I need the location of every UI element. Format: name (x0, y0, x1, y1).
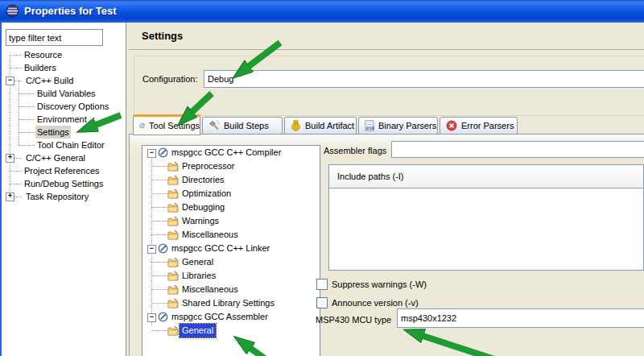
settings-folder-icon (167, 216, 179, 226)
configuration-combo[interactable] (204, 70, 644, 88)
configuration-label: Configuration: (142, 74, 198, 84)
hammer-icon (208, 120, 220, 131)
tool-item-assembler-general[interactable]: General (142, 324, 318, 337)
sidebar-item-resource[interactable]: Resource (0, 48, 126, 61)
panel-divider[interactable] (126, 23, 126, 356)
tool-item-miscellaneous[interactable]: Miscellaneous (142, 228, 318, 242)
sidebar-item-settings[interactable]: Settings (0, 126, 126, 139)
tab-error-parsers[interactable]: Error Parsers (440, 117, 518, 135)
suppress-warnings-checkbox[interactable] (316, 279, 328, 290)
tool-item-directories[interactable]: Directories (142, 173, 318, 187)
settings-folder-icon (167, 188, 179, 199)
checkbox-label: Suppress warnings (-W) (332, 279, 427, 290)
window-title: Properties for Test (24, 5, 117, 17)
tool-item-linker-general[interactable]: General (142, 255, 318, 269)
tool-item-warnings[interactable]: Warnings (142, 214, 318, 228)
svg-text:010: 010 (366, 126, 374, 131)
settings-folder-icon (167, 230, 179, 240)
mcu-type-input[interactable] (397, 308, 644, 328)
tab-build-artifact[interactable]: Build Artifact (284, 117, 357, 135)
mcu-type-label: MSP430 MCU type (316, 315, 391, 325)
tab-label: Tool Settings (149, 121, 200, 130)
settings-folder-icon (167, 202, 179, 213)
tool-item-linker-miscellaneous[interactable]: Miscellaneous (142, 283, 318, 296)
window-border (0, 23, 2, 356)
collapse-toggle-icon[interactable]: − (6, 77, 14, 85)
sidebar-item-build-variables[interactable]: Build Variables (0, 87, 126, 100)
tab-label: Build Artifact (305, 121, 354, 130)
tab-build-steps[interactable]: Build Steps (202, 117, 283, 135)
tool-item-gcc-cpp-compiler[interactable]: mspgcc GCC C++ Compiler (142, 146, 318, 159)
settings-folder-icon (167, 257, 179, 267)
assembler-flags-input[interactable] (391, 141, 644, 158)
collapse-toggle-icon[interactable]: − (147, 149, 156, 158)
sidebar-item-run-debug-settings[interactable]: Run/Debug Settings (0, 177, 126, 190)
sidebar: Resource Builders C/C++ Build − Build Va… (0, 23, 126, 356)
include-paths-list[interactable]: Include paths (-I) (328, 164, 644, 271)
tool-item-gcc-cpp-linker[interactable]: mspgcc GCC C++ Linker (142, 242, 318, 255)
collapse-toggle-icon[interactable]: − (147, 313, 156, 322)
tool-item-debugging[interactable]: Debugging (142, 201, 318, 214)
tool-icon (158, 312, 168, 322)
sidebar-item-project-references[interactable]: Project References (0, 164, 126, 177)
filter-input[interactable] (6, 29, 103, 46)
artifact-icon (291, 120, 301, 131)
tool-item-optimization[interactable]: Optimization (142, 187, 318, 201)
sidebar-item-tool-chain-editor[interactable]: Tool Chain Editor (0, 139, 126, 151)
eclipse-icon (6, 4, 19, 18)
settings-folder-icon (167, 175, 179, 185)
tab-label: Build Steps (224, 121, 269, 130)
expand-toggle-icon[interactable]: + (6, 192, 14, 201)
settings-folder-icon (167, 271, 179, 281)
settings-folder-icon (167, 325, 179, 336)
tool-icon (158, 147, 168, 158)
sidebar-item-task-repository[interactable]: Task Repository (0, 190, 126, 203)
sidebar-item-discovery-options[interactable]: Discovery Options (0, 100, 126, 113)
tab-label: Binary Parsers (378, 121, 436, 130)
header-separator (129, 49, 644, 50)
tool-item-shared-library-settings[interactable]: Shared Library Settings (142, 296, 318, 310)
tool-item-libraries[interactable]: Libraries (142, 269, 318, 283)
settings-folder-icon (167, 161, 179, 172)
collapse-toggle-icon[interactable]: − (147, 245, 156, 254)
tool-settings-tree: mspgcc GCC C++ Compiler − Preprocessor D… (142, 145, 320, 356)
tab-tool-settings[interactable]: Tool Settings (133, 114, 200, 135)
expand-toggle-icon[interactable]: + (6, 154, 14, 163)
error-circle-icon (446, 120, 457, 131)
tab-label: Error Parsers (461, 121, 514, 130)
title-bar[interactable]: Properties for Test (0, 0, 644, 23)
page-title: Settings (142, 30, 183, 42)
settings-folder-icon (167, 298, 179, 308)
sidebar-item-cpp-general[interactable]: C/C++ General (0, 151, 126, 164)
properties-dialog: Properties for Test Resource Builders C/… (0, 0, 644, 356)
assembler-flags-label: Assembler flags (324, 146, 386, 155)
checkbox-label: Announce version (-v) (332, 297, 419, 308)
tool-icon (158, 243, 168, 254)
include-paths-header: Include paths (-I) (329, 165, 643, 188)
binary-doc-icon: 010 (365, 120, 374, 131)
sidebar-item-builders[interactable]: Builders (0, 61, 126, 74)
wrench-icon (139, 120, 145, 131)
sidebar-item-environment[interactable]: Environment (0, 113, 126, 126)
tab-binary-parsers[interactable]: 010 Binary Parsers (358, 117, 438, 135)
settings-folder-icon (167, 284, 179, 295)
announce-version-checkbox[interactable] (316, 297, 328, 308)
tool-item-preprocessor[interactable]: Preprocessor (142, 159, 318, 173)
tool-item-gcc-assembler[interactable]: mspgcc GCC Assembler (142, 310, 318, 324)
sidebar-item-cpp-build[interactable]: C/C++ Build (0, 74, 126, 87)
